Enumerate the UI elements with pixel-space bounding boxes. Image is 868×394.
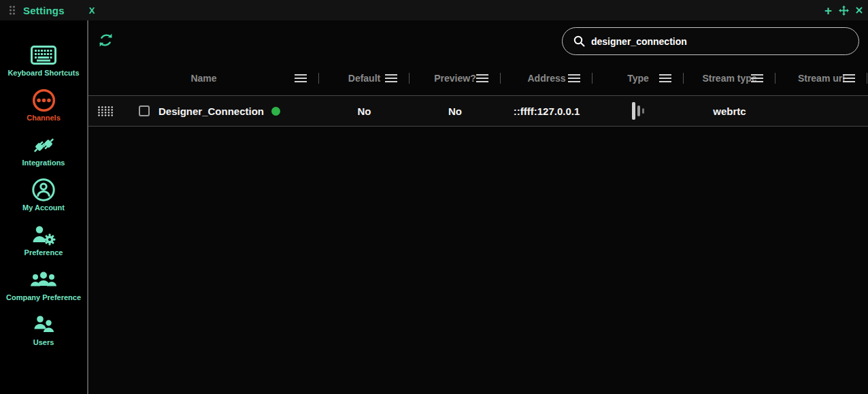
column-header-address[interactable]: Address: [501, 61, 592, 95]
settings-sidebar: Keyboard Shortcuts Channels: [0, 20, 87, 394]
cell-stream-type: webrtc: [684, 105, 775, 117]
sidebar-item-preference[interactable]: Preference: [0, 223, 87, 257]
two-users-icon: [32, 313, 55, 336]
sidebar-item-label: My Account: [22, 203, 65, 212]
column-header-preview[interactable]: Preview?: [410, 61, 501, 95]
column-menu-icon[interactable]: [476, 74, 488, 82]
cell-default: No: [319, 105, 410, 117]
sidebar-item-channels[interactable]: Channels: [0, 88, 87, 122]
drag-handle-icon[interactable]: [8, 5, 16, 16]
cell-address: ::ffff:127.0.0.1: [501, 105, 592, 117]
table-row[interactable]: Designer_Connection No No ::ffff:127.0.0…: [88, 95, 868, 127]
sidebar-item-keyboard-shortcuts[interactable]: Keyboard Shortcuts: [0, 44, 87, 77]
column-header-name[interactable]: Name: [88, 61, 319, 95]
sidebar-item-company-preference[interactable]: Company Preference: [0, 268, 87, 301]
sidebar-item-label: Channels: [27, 114, 61, 122]
sidebar-item-label: Users: [33, 338, 54, 346]
add-icon[interactable]: +: [824, 4, 832, 17]
row-name: Designer_Connection: [158, 105, 264, 117]
channels-toolbar: [88, 20, 868, 61]
stream-bars-icon: [632, 102, 644, 120]
search-input[interactable]: [591, 36, 848, 47]
column-menu-icon[interactable]: [751, 74, 763, 82]
tab-close-button[interactable]: X: [89, 5, 95, 16]
tab-settings[interactable]: Settings X: [0, 0, 95, 20]
column-header-stream-type[interactable]: Stream type: [684, 61, 775, 95]
table-header: Name Default Preview? Address Type Strea…: [88, 61, 868, 95]
sidebar-item-my-account[interactable]: My Account: [0, 178, 87, 212]
sidebar-item-label: Keyboard Shortcuts: [7, 69, 79, 77]
drag-grid-icon[interactable]: [97, 105, 114, 117]
column-header-type[interactable]: Type: [592, 61, 684, 95]
column-menu-icon[interactable]: [843, 74, 855, 82]
cell-name: Designer_Connection: [88, 105, 319, 117]
column-menu-icon[interactable]: [659, 74, 671, 82]
channels-icon: [31, 88, 56, 112]
account-icon: [31, 178, 56, 201]
sidebar-item-label: Integrations: [22, 159, 65, 167]
move-icon[interactable]: [839, 5, 849, 16]
sidebar-item-label: Preference: [24, 248, 63, 257]
tab-title: Settings: [23, 5, 65, 16]
cell-type: [592, 102, 684, 120]
column-header-default[interactable]: Default: [319, 61, 410, 95]
person-gear-icon: [31, 223, 56, 246]
sidebar-item-integrations[interactable]: Integrations: [0, 133, 87, 167]
column-menu-icon[interactable]: [568, 74, 580, 82]
sidebar-item-label: Company Preference: [6, 293, 81, 301]
status-dot: [271, 107, 280, 116]
column-header-stream-url[interactable]: Stream url: [775, 61, 867, 95]
people-group-icon: [30, 268, 57, 291]
channels-panel: Name Default Preview? Address Type Strea…: [88, 20, 868, 394]
plug-icon: [31, 133, 56, 157]
column-menu-icon[interactable]: [385, 74, 397, 82]
cell-preview: No: [410, 105, 501, 117]
keyboard-icon: [31, 44, 56, 67]
window-controls: +: [824, 0, 863, 20]
refresh-icon[interactable]: [98, 32, 114, 51]
window-top-bar: Settings X +: [0, 0, 868, 20]
search-bar[interactable]: [562, 27, 859, 55]
sidebar-item-users[interactable]: Users: [0, 313, 87, 346]
close-icon[interactable]: [856, 7, 863, 14]
column-menu-icon[interactable]: [295, 74, 307, 82]
row-checkbox[interactable]: [139, 105, 150, 116]
search-icon: [573, 35, 585, 47]
